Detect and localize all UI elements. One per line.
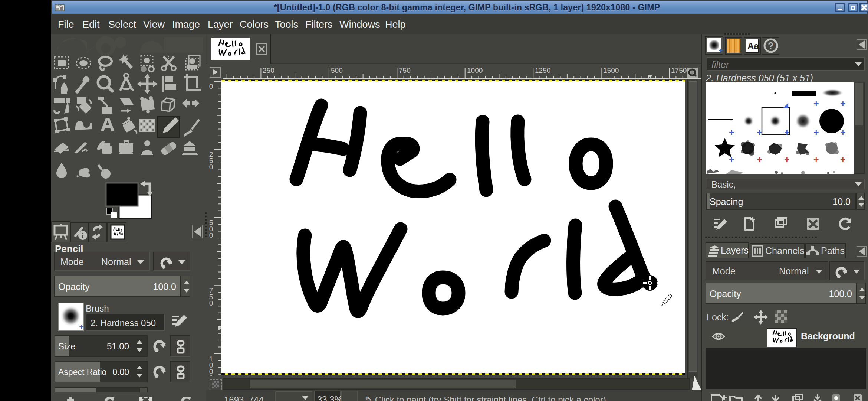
svg-text:750: 750 bbox=[399, 66, 411, 74]
svg-text:1000: 1000 bbox=[467, 66, 483, 74]
svg-text:+: + bbox=[757, 154, 762, 165]
svg-text:+: + bbox=[729, 127, 734, 137]
svg-text:+: + bbox=[813, 154, 819, 165]
svg-text:500: 500 bbox=[331, 66, 343, 74]
svg-text:0: 0 bbox=[209, 374, 213, 376]
svg-text:0: 0 bbox=[209, 163, 213, 171]
svg-text:0: 0 bbox=[209, 299, 213, 307]
svg-text:0: 0 bbox=[209, 231, 213, 239]
svg-text:+: + bbox=[840, 154, 846, 165]
svg-text:+: + bbox=[784, 127, 790, 137]
svg-text:1250: 1250 bbox=[535, 66, 550, 74]
svg-text:?: ? bbox=[768, 40, 774, 51]
svg-text:1500: 1500 bbox=[603, 66, 619, 74]
svg-text:0: 0 bbox=[209, 82, 213, 90]
svg-text:+: + bbox=[840, 98, 846, 109]
svg-text:+: + bbox=[840, 127, 846, 137]
svg-text:+: + bbox=[813, 127, 819, 137]
svg-text:+: + bbox=[784, 154, 790, 165]
svg-text:+: + bbox=[729, 154, 734, 165]
svg-text:+: + bbox=[813, 98, 819, 109]
svg-text:250: 250 bbox=[263, 66, 274, 74]
svg-text:+: + bbox=[757, 127, 762, 137]
